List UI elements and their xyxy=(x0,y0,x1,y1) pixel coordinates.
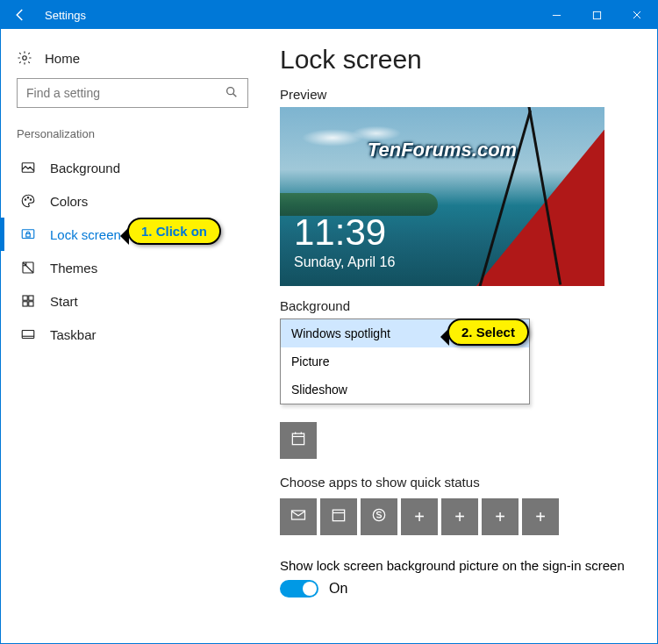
signin-picture-label: Show lock screen background picture on t… xyxy=(280,558,633,573)
search-placeholder: Find a setting xyxy=(26,86,100,100)
background-label: Background xyxy=(280,298,633,313)
search-input[interactable]: Find a setting xyxy=(17,78,248,108)
sidebar-item-taskbar[interactable]: Taskbar xyxy=(1,318,264,351)
mail-icon xyxy=(290,506,307,528)
sidebar-item-themes[interactable]: Themes xyxy=(1,251,264,284)
annotation-step1: 1. Click on xyxy=(127,218,221,245)
section-label: Personalization xyxy=(1,124,264,151)
plus-icon: + xyxy=(454,507,465,527)
annotation-step2: 2. Select xyxy=(447,318,529,346)
sidebar-item-colors[interactable]: Colors xyxy=(1,184,264,218)
window-controls xyxy=(536,1,657,29)
sidebar-item-label: Taskbar xyxy=(50,327,97,342)
dropdown-option-picture[interactable]: Picture xyxy=(281,347,529,376)
quick-app-add-4[interactable]: + xyxy=(522,498,559,535)
signin-picture-toggle[interactable]: On xyxy=(280,580,633,597)
quick-app-mail[interactable] xyxy=(280,498,317,535)
sidebar-item-label: Start xyxy=(50,294,78,309)
quick-app-calendar[interactable] xyxy=(320,498,357,535)
quick-status-label: Choose apps to show quick status xyxy=(280,475,633,490)
window-title: Settings xyxy=(39,9,536,22)
sidebar-item-label: Lock screen xyxy=(50,227,121,242)
svg-line-6 xyxy=(233,93,237,97)
home-link[interactable]: Home xyxy=(1,45,264,78)
svg-point-4 xyxy=(23,56,27,61)
sidebar-item-label: Colors xyxy=(50,194,88,209)
lock-screen-preview: TenForums.com 11:39 Sunday, April 16 xyxy=(280,107,604,286)
quick-app-add-3[interactable]: + xyxy=(482,498,519,535)
svg-rect-20 xyxy=(292,433,304,445)
sidebar-item-label: Themes xyxy=(50,261,97,275)
svg-point-5 xyxy=(227,87,234,94)
svg-rect-18 xyxy=(22,331,34,339)
svg-rect-14 xyxy=(23,296,27,300)
sidebar-item-background[interactable]: Background xyxy=(1,151,264,184)
svg-rect-17 xyxy=(29,302,33,306)
skype-icon xyxy=(370,506,388,528)
calendar-icon xyxy=(290,430,307,451)
svg-rect-1 xyxy=(593,11,600,18)
plus-icon: + xyxy=(414,507,425,527)
titlebar: Settings xyxy=(1,1,657,29)
background-dropdown[interactable]: Windows spotlight 2. Select Picture Slid… xyxy=(280,318,530,404)
svg-rect-16 xyxy=(23,302,27,306)
quick-app-skype[interactable] xyxy=(361,498,397,535)
close-button[interactable] xyxy=(617,1,657,29)
calendar-icon xyxy=(330,506,347,528)
plus-icon: + xyxy=(495,507,505,527)
taskbar-icon xyxy=(20,326,36,342)
picture-icon xyxy=(20,160,36,175)
lock-screen-icon xyxy=(20,226,36,242)
themes-icon xyxy=(20,260,36,275)
preview-label: Preview xyxy=(280,87,633,102)
home-label: Home xyxy=(45,51,80,66)
svg-rect-12 xyxy=(26,233,31,237)
svg-rect-25 xyxy=(333,510,344,521)
detailed-status-app-calendar[interactable] xyxy=(280,422,317,459)
minimize-button[interactable] xyxy=(536,1,576,29)
svg-rect-24 xyxy=(292,511,305,519)
toggle-state: On xyxy=(329,581,347,597)
gear-icon xyxy=(17,50,32,66)
palette-icon xyxy=(20,193,36,209)
sidebar-item-label: Background xyxy=(50,161,120,175)
quick-app-add-1[interactable]: + xyxy=(401,498,438,535)
svg-point-10 xyxy=(30,199,32,201)
settings-window: Settings Home Find a setting xyxy=(0,0,658,644)
quick-app-add-2[interactable]: + xyxy=(441,498,478,535)
svg-point-9 xyxy=(27,197,29,199)
svg-rect-15 xyxy=(29,296,33,300)
maximize-button[interactable] xyxy=(576,1,617,29)
plus-icon: + xyxy=(535,507,546,527)
search-icon xyxy=(225,85,239,102)
sidebar-item-lock-screen[interactable]: Lock screen 1. Click on xyxy=(1,218,264,251)
preview-date: Sunday, April 16 xyxy=(294,254,395,270)
sidebar: Home Find a setting Personalization Back… xyxy=(1,29,264,643)
dropdown-option-spotlight[interactable]: Windows spotlight 2. Select xyxy=(281,319,529,347)
page-title: Lock screen xyxy=(280,45,633,75)
preview-time: 11:39 xyxy=(294,214,386,251)
sidebar-item-start[interactable]: Start xyxy=(1,284,264,318)
main-content: Lock screen Preview TenForums.com 11:39 … xyxy=(264,29,657,643)
dropdown-option-slideshow[interactable]: Slideshow xyxy=(281,376,529,404)
back-button[interactable] xyxy=(1,1,39,29)
preview-watermark: TenForums.com xyxy=(368,139,517,161)
svg-point-8 xyxy=(25,199,26,201)
start-icon xyxy=(20,293,36,309)
